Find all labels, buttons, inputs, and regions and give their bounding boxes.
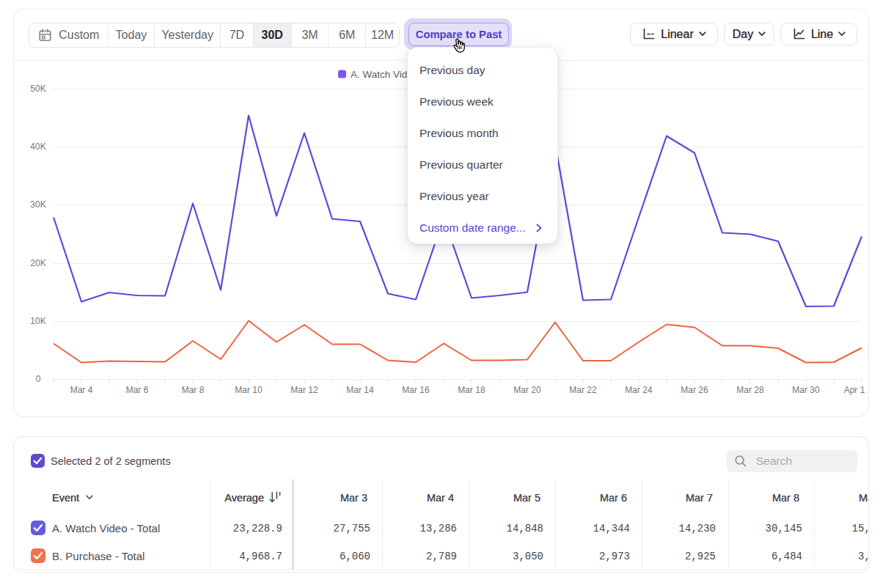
svg-text:Mar 10: Mar 10 <box>235 385 263 395</box>
svg-text:30K: 30K <box>30 199 45 210</box>
svg-text:10K: 10K <box>30 316 45 326</box>
svg-text:Mar 24: Mar 24 <box>625 385 653 395</box>
svg-text:Mar 22: Mar 22 <box>569 385 597 395</box>
svg-text:Mar 20: Mar 20 <box>513 385 541 395</box>
svg-text:Mar 28: Mar 28 <box>736 385 764 395</box>
svg-text:Mar 12: Mar 12 <box>290 385 318 395</box>
svg-text:Mar 8: Mar 8 <box>182 385 205 395</box>
svg-text:Mar 18: Mar 18 <box>458 385 485 395</box>
svg-text:50K: 50K <box>30 84 45 94</box>
svg-text:Apr 1: Apr 1 <box>844 385 865 395</box>
svg-text:40K: 40K <box>30 142 45 152</box>
svg-text:Mar 16: Mar 16 <box>402 385 430 395</box>
svg-text:Mar 26: Mar 26 <box>681 385 708 395</box>
svg-text:Mar 14: Mar 14 <box>346 385 374 395</box>
svg-text:Mar 6: Mar 6 <box>126 385 149 395</box>
svg-text:20K: 20K <box>30 258 45 268</box>
svg-text:Mar 4: Mar 4 <box>70 385 93 395</box>
svg-text:0: 0 <box>36 374 41 384</box>
svg-text:Mar 30: Mar 30 <box>792 385 820 395</box>
